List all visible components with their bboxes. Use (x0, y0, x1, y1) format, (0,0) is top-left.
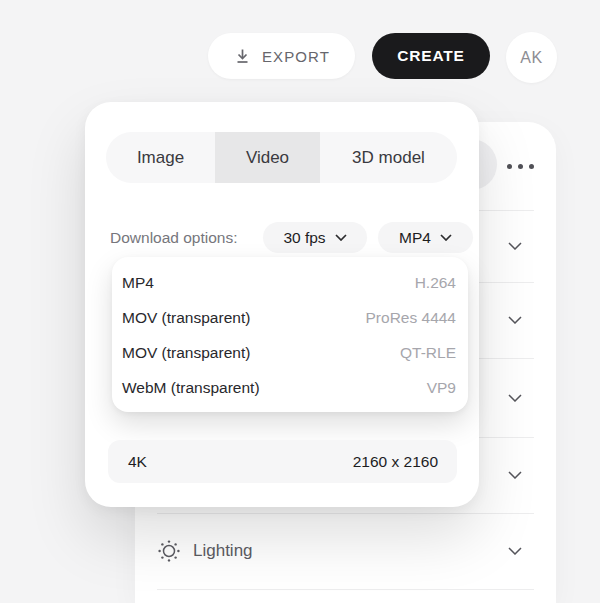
create-button-label: CREATE (397, 47, 464, 65)
format-select[interactable]: MP4 (378, 222, 473, 253)
codec-label: VP9 (427, 379, 456, 397)
tab-3d-model[interactable]: 3D model (320, 132, 457, 183)
format-label: WebM (transparent) (122, 379, 260, 397)
tab-video-label: Video (246, 148, 289, 168)
download-options-row: Download options: 30 fps MP4 (85, 222, 479, 253)
dot-icon (529, 164, 534, 169)
format-dropdown-menu: MP4 H.264 MOV (transparent) ProRes 4444 … (112, 257, 468, 412)
export-popup: Image Video 3D model Download options: 3… (85, 102, 479, 507)
menu-item-mov-qtrle[interactable]: MOV (transparent) QT-RLE (112, 335, 468, 370)
dot-icon (507, 164, 512, 169)
resolution-row[interactable]: 4K 2160 x 2160 (108, 440, 457, 483)
fps-select[interactable]: 30 fps (263, 222, 367, 253)
dot-icon (518, 164, 523, 169)
lighting-section-label: Lighting (193, 541, 253, 561)
user-avatar[interactable]: AK (506, 32, 557, 83)
menu-item-webm[interactable]: WebM (transparent) VP9 (112, 370, 468, 405)
codec-label: H.264 (415, 274, 456, 292)
create-button[interactable]: CREATE (372, 33, 490, 79)
app-canvas: Lighting EXPORT CREATE AK Image (0, 0, 600, 603)
tab-video[interactable]: Video (215, 132, 320, 183)
chevron-down-icon (335, 234, 347, 241)
divider (157, 589, 534, 590)
menu-item-mp4[interactable]: MP4 H.264 (112, 265, 468, 300)
export-button[interactable]: EXPORT (208, 33, 355, 79)
chevron-down-icon (508, 394, 522, 402)
resolution-value: 2160 x 2160 (353, 453, 438, 471)
chevron-down-icon (508, 316, 522, 324)
resolution-label: 4K (128, 453, 147, 471)
format-label: MOV (transparent) (122, 309, 250, 327)
format-select-value: MP4 (399, 229, 431, 247)
avatar-initials: AK (520, 49, 542, 67)
chevron-down-icon (508, 547, 522, 555)
chevron-down-icon (508, 242, 522, 250)
codec-label: QT-RLE (400, 344, 456, 362)
format-label: MP4 (122, 274, 154, 292)
fps-select-value: 30 fps (283, 229, 325, 247)
codec-label: ProRes 4444 (366, 309, 456, 327)
menu-item-mov-prores[interactable]: MOV (transparent) ProRes 4444 (112, 300, 468, 335)
download-icon (233, 47, 252, 65)
format-label: MOV (transparent) (122, 344, 250, 362)
download-options-label: Download options: (110, 222, 238, 253)
more-options-button[interactable] (498, 152, 542, 180)
tab-image-label: Image (137, 148, 184, 168)
export-type-tabs: Image Video 3D model (106, 132, 457, 183)
tab-image[interactable]: Image (106, 132, 215, 183)
export-button-label: EXPORT (262, 48, 330, 65)
chevron-down-icon (440, 234, 452, 241)
tab-3d-model-label: 3D model (352, 148, 425, 168)
sun-icon (157, 539, 181, 563)
panel-section-lighting[interactable]: Lighting (135, 513, 556, 589)
chevron-down-icon (508, 471, 522, 479)
